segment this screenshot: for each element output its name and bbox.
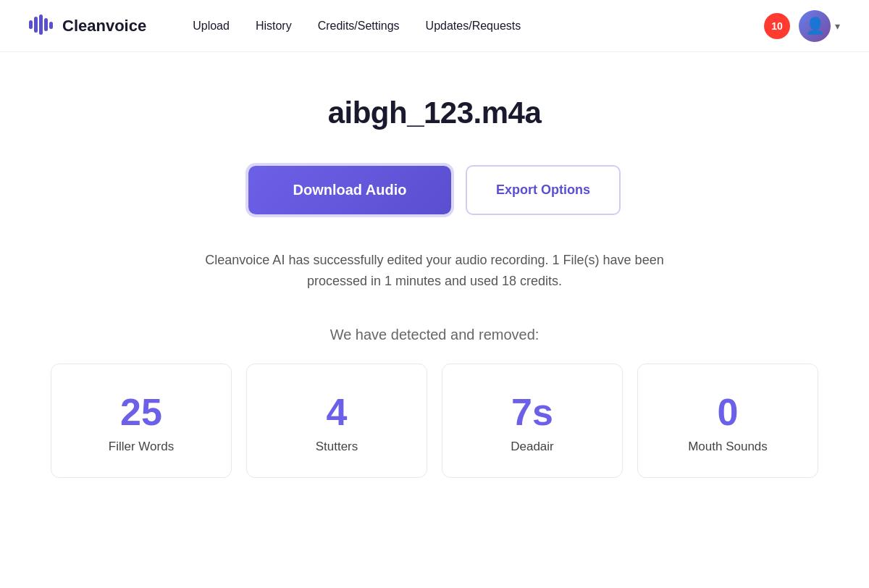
logo[interactable]: Cleanvoice xyxy=(29,14,146,38)
file-title: aibgh_123.m4a xyxy=(328,96,542,130)
success-message: Cleanvoice AI has successfully edited yo… xyxy=(188,250,681,292)
stat-stutters: 4 Stutters xyxy=(246,364,427,478)
logo-text: Cleanvoice xyxy=(62,17,146,35)
svg-rect-1 xyxy=(34,17,38,33)
svg-rect-3 xyxy=(44,18,48,31)
deadair-label: Deadair xyxy=(511,440,554,454)
svg-rect-2 xyxy=(39,14,43,35)
action-buttons: Download Audio Export Options xyxy=(248,165,621,215)
stutters-count: 4 xyxy=(327,393,348,431)
export-options-button[interactable]: Export Options xyxy=(466,165,621,215)
navbar: Cleanvoice Upload History Credits/Settin… xyxy=(0,0,869,52)
stats-grid: 25 Filler Words 4 Stutters 7s Deadair 0 … xyxy=(51,364,818,478)
chevron-down-icon: ▾ xyxy=(835,20,840,32)
nav-upload[interactable]: Upload xyxy=(181,14,241,38)
filler-words-label: Filler Words xyxy=(109,440,174,454)
nav-credits-settings[interactable]: Credits/Settings xyxy=(306,14,411,38)
stat-mouth-sounds: 0 Mouth Sounds xyxy=(637,364,818,478)
mouth-sounds-label: Mouth Sounds xyxy=(688,440,768,454)
nav-history[interactable]: History xyxy=(244,14,303,38)
nav-right: 10 👤 ▾ xyxy=(764,10,840,42)
notification-badge[interactable]: 10 xyxy=(764,13,790,39)
notification-count: 10 xyxy=(764,13,790,39)
mouth-sounds-count: 0 xyxy=(718,393,739,431)
detected-label: We have detected and removed: xyxy=(330,327,540,343)
avatar: 👤 xyxy=(799,10,831,42)
stat-filler-words: 25 Filler Words xyxy=(51,364,232,478)
deadair-count: 7s xyxy=(511,393,553,431)
download-audio-button[interactable]: Download Audio xyxy=(248,166,451,214)
main-content: aibgh_123.m4a Download Audio Export Opti… xyxy=(0,52,869,507)
avatar-container[interactable]: 👤 ▾ xyxy=(799,10,840,42)
filler-words-count: 25 xyxy=(120,393,162,431)
nav-updates-requests[interactable]: Updates/Requests xyxy=(414,14,533,38)
stat-deadair: 7s Deadair xyxy=(442,364,623,478)
svg-rect-4 xyxy=(49,22,53,29)
avatar-img: 👤 xyxy=(805,17,825,35)
logo-icon xyxy=(29,14,56,38)
svg-rect-0 xyxy=(29,20,33,29)
stutters-label: Stutters xyxy=(316,440,358,454)
nav-links: Upload History Credits/Settings Updates/… xyxy=(181,14,764,38)
